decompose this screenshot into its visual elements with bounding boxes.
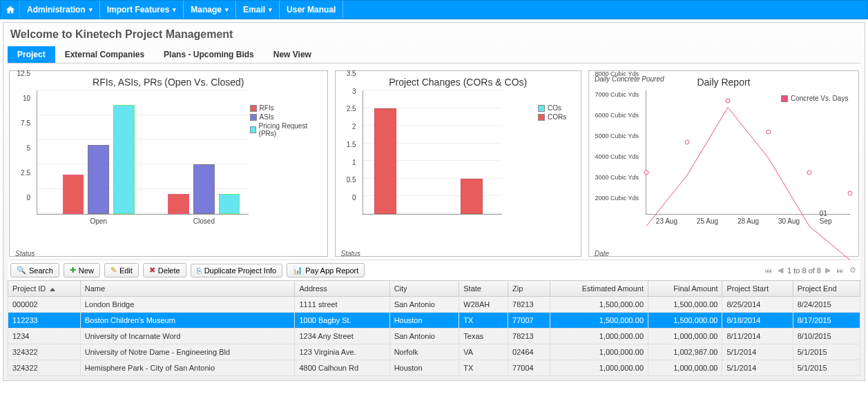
nav-label: Import Features xyxy=(107,5,170,14)
col-name[interactable]: Name xyxy=(80,281,295,297)
copy-icon: ⎘ xyxy=(197,266,202,275)
nav-import-features[interactable]: Import Features▾ xyxy=(100,1,184,19)
nav-label: Administration xyxy=(27,5,86,14)
tab-new-view[interactable]: New View xyxy=(264,46,321,63)
chart-title: RFIs, ASIs, PRs (Open Vs. Closed) xyxy=(12,74,325,90)
col-state[interactable]: State xyxy=(459,281,508,297)
charts-row: RFIs, ASIs, PRs (Open Vs. Closed) 02.557… xyxy=(8,63,860,260)
search-icon: 🔍 xyxy=(17,266,26,275)
chevron-down-icon: ▾ xyxy=(269,6,272,13)
search-button[interactable]: 🔍Search xyxy=(10,263,59,277)
new-button[interactable]: ✚New xyxy=(64,263,100,277)
nav-label: User Manual xyxy=(287,5,336,14)
col-zip[interactable]: Zip xyxy=(508,281,550,297)
chart-body: 2000 Cubic Yds3000 Cubic Yds4000 Cubic Y… xyxy=(592,90,856,228)
pencil-icon: ✎ xyxy=(110,266,117,275)
nav-administration[interactable]: Administration▾ xyxy=(20,1,100,19)
y-axis: 2000 Cubic Yds3000 Cubic Yds4000 Cubic Y… xyxy=(592,90,642,215)
tab-project[interactable]: Project xyxy=(8,46,55,63)
col-city[interactable]: City xyxy=(389,281,459,297)
chevron-down-icon: ▾ xyxy=(173,6,176,13)
table-row[interactable]: 112233Boston Children's Museum1000 Bagby… xyxy=(8,313,860,329)
home-icon[interactable] xyxy=(1,1,20,19)
chevron-down-icon: ▾ xyxy=(89,6,93,13)
legend: RFIsASIsPricing Request (PRs) xyxy=(250,104,319,139)
nav-user-manual[interactable]: User Manual xyxy=(280,1,343,19)
col-estimated-amount[interactable]: Estimated Amount xyxy=(550,281,648,297)
col-address[interactable]: Address xyxy=(295,281,389,297)
chart-body: 02.557.51012.5 OpenClosed RFIsASIsPricin… xyxy=(12,90,325,228)
nav-label: Email xyxy=(243,5,265,14)
legend: Concrete Vs. Days xyxy=(781,95,850,104)
plus-icon: ✚ xyxy=(70,266,76,275)
chart-project-changes: Project Changes (CORs & COs) 00.511.522.… xyxy=(335,70,581,257)
delete-button[interactable]: ✖Delete xyxy=(143,263,186,277)
table-row[interactable]: 1234University of Incarnate Word1234 Any… xyxy=(8,329,860,344)
page-container: Welcome to Kinetech Project Management P… xyxy=(3,22,865,381)
tab-plans-upcoming-bids[interactable]: Plans - Upcoming Bids xyxy=(154,46,264,63)
chart-daily-report: Daily Concrete Poured Daily Report 2000 … xyxy=(588,70,859,257)
tab-external-companies[interactable]: External Companies xyxy=(55,46,154,63)
table-row[interactable]: 000002London Bridge1111 streetSan Antoni… xyxy=(8,297,860,313)
chevron-down-icon: ▾ xyxy=(225,6,229,13)
y-axis: 00.511.522.533.5 xyxy=(338,90,359,215)
tab-bar: Project External Companies Plans - Upcom… xyxy=(8,46,860,63)
projects-table: Project IDNameAddressCityStateZipEstimat… xyxy=(8,280,860,376)
table-row[interactable]: 324322University of Notre Dame - Enginee… xyxy=(8,344,860,360)
nav-email[interactable]: Email▾ xyxy=(236,1,280,19)
nav-label: Manage xyxy=(191,5,222,14)
chart-body: 00.511.522.533.5 COsCORs xyxy=(338,90,578,228)
y-axis: 02.557.51012.5 xyxy=(12,90,33,215)
chart-title: Project Changes (CORs & COs) xyxy=(338,74,578,90)
nav-manage[interactable]: Manage▾ xyxy=(184,1,236,19)
x-axis-label: Status xyxy=(15,250,35,257)
top-nav: Administration▾ Import Features▾ Manage▾… xyxy=(0,0,868,19)
x-axis-label: Date xyxy=(595,250,609,257)
legend: COsCORs xyxy=(538,104,572,122)
report-icon: 📊 xyxy=(293,266,302,275)
duplicate-button[interactable]: ⎘Duplicate Project Info xyxy=(191,264,283,277)
plot-area: OpenClosed xyxy=(37,90,249,215)
plot-area: 23 Aug25 Aug28 Aug30 Aug01 Sep xyxy=(646,90,850,215)
delete-icon: ✖ xyxy=(149,266,155,275)
chart-rfis-asis-prs: RFIs, ASIs, PRs (Open Vs. Closed) 02.557… xyxy=(9,70,328,257)
pay-app-report-button[interactable]: 📊Pay App Report xyxy=(287,263,365,277)
col-project-id[interactable]: Project ID xyxy=(8,281,81,297)
page-title: Welcome to Kinetech Project Management xyxy=(8,27,860,46)
table-body: 000002London Bridge1111 streetSan Antoni… xyxy=(8,297,860,376)
plot-area xyxy=(363,90,502,215)
x-axis-label: Status xyxy=(341,250,360,257)
edit-button[interactable]: ✎Edit xyxy=(104,263,139,277)
table-row[interactable]: 324322Hemisphere Park - City of San Anto… xyxy=(8,360,860,376)
